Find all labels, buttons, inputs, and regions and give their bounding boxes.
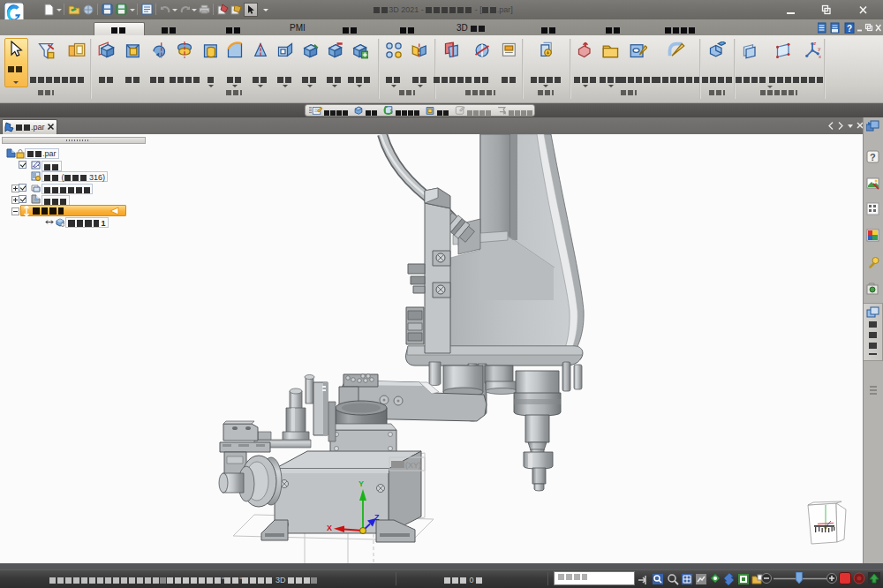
svg-text:X: X bbox=[327, 524, 332, 532]
svg-text:Y: Y bbox=[358, 479, 364, 488]
svg-text:x: x bbox=[819, 53, 821, 59]
svg-text:y: y bbox=[818, 45, 821, 51]
svg-text:?: ? bbox=[847, 24, 852, 34]
svg-text:(XY): (XY) bbox=[405, 461, 421, 470]
svg-text:?: ? bbox=[870, 152, 876, 162]
svg-text:Z: Z bbox=[374, 513, 380, 522]
svg-text:z: z bbox=[813, 41, 816, 46]
